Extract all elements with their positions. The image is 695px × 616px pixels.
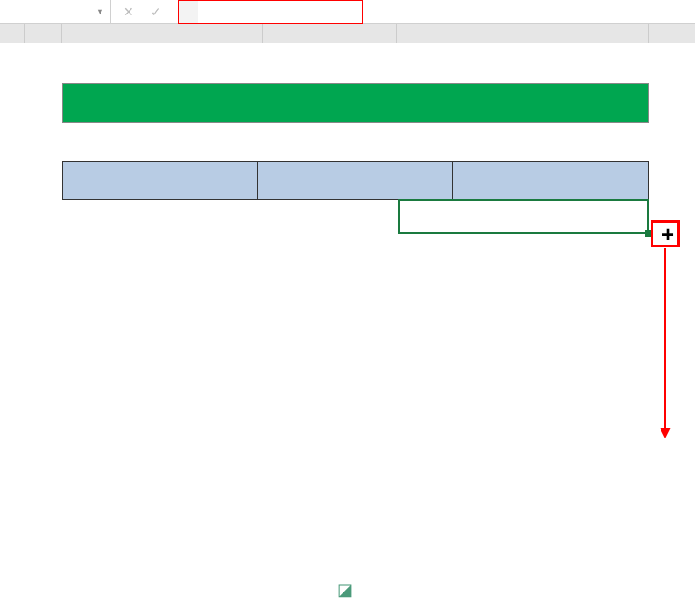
formula-bar-icons: ✕ ✓	[111, 5, 174, 19]
cube-icon: ◪	[337, 581, 352, 599]
spreadsheet: +	[0, 24, 695, 43]
drag-arrow-line	[664, 248, 666, 429]
formula-bar: ▼ ✕ ✓	[0, 0, 695, 24]
col-header-B[interactable]	[62, 24, 263, 43]
exceldemy-logo: ◪	[0, 580, 695, 600]
dropdown-icon[interactable]: ▼	[96, 7, 104, 16]
th-id[interactable]	[257, 162, 453, 200]
data-table	[62, 161, 649, 200]
column-headers	[0, 24, 695, 43]
fx-highlight-box	[178, 0, 363, 24]
plus-cursor-icon: +	[661, 224, 674, 245]
selection-outline	[398, 199, 649, 234]
drag-arrow-head-icon	[660, 428, 671, 438]
confirm-icon[interactable]: ✓	[150, 5, 161, 19]
th-remarks[interactable]	[453, 162, 649, 200]
cancel-icon[interactable]: ✕	[123, 5, 134, 19]
col-header-A[interactable]	[25, 24, 62, 43]
table-header-row	[63, 162, 649, 200]
title-banner	[62, 83, 649, 123]
col-header-D[interactable]	[397, 24, 649, 43]
col-header-C[interactable]	[263, 24, 397, 43]
select-all-corner[interactable]	[0, 24, 25, 43]
fx-label[interactable]	[179, 1, 198, 23]
th-name[interactable]	[63, 162, 258, 200]
name-box[interactable]: ▼	[0, 0, 111, 24]
